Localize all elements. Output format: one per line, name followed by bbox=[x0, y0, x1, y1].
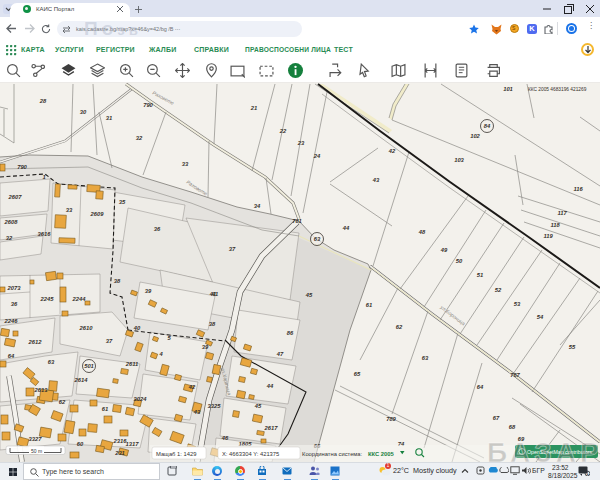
svg-text:2609: 2609 bbox=[90, 211, 105, 217]
svg-text:34: 34 bbox=[254, 203, 261, 209]
svg-text:55: 55 bbox=[569, 344, 576, 350]
svg-text:24: 24 bbox=[313, 153, 321, 159]
svg-text:45: 45 bbox=[305, 292, 313, 298]
svg-text:54: 54 bbox=[537, 314, 544, 320]
svg-text:84: 84 bbox=[484, 123, 491, 129]
svg-text:33: 33 bbox=[66, 207, 73, 213]
svg-text:51: 51 bbox=[477, 272, 483, 278]
svg-text:767: 767 bbox=[510, 372, 520, 378]
svg-text:86: 86 bbox=[287, 330, 294, 336]
svg-text:62: 62 bbox=[59, 399, 66, 405]
svg-text:40: 40 bbox=[133, 325, 141, 331]
svg-text:41: 41 bbox=[209, 291, 216, 297]
svg-text:790: 790 bbox=[17, 164, 27, 170]
svg-text:2244: 2244 bbox=[72, 296, 87, 302]
svg-text:23: 23 bbox=[297, 140, 305, 146]
svg-text:64: 64 bbox=[8, 353, 15, 359]
svg-text:3325: 3325 bbox=[208, 403, 222, 409]
svg-text:35: 35 bbox=[119, 199, 126, 205]
svg-text:63: 63 bbox=[422, 355, 429, 361]
svg-text:3616: 3616 bbox=[38, 231, 52, 237]
svg-text:52: 52 bbox=[495, 287, 502, 293]
svg-text:53: 53 bbox=[514, 301, 521, 307]
svg-text:781: 781 bbox=[292, 218, 302, 224]
svg-text:61: 61 bbox=[102, 406, 108, 412]
svg-text:36: 36 bbox=[154, 226, 161, 232]
svg-text:2607: 2607 bbox=[8, 194, 23, 200]
svg-text:21: 21 bbox=[250, 105, 257, 111]
svg-text:46: 46 bbox=[221, 435, 229, 441]
svg-text:31: 31 bbox=[106, 115, 112, 121]
svg-text:60: 60 bbox=[77, 441, 84, 447]
svg-text:102: 102 bbox=[470, 133, 480, 139]
svg-text:28: 28 bbox=[39, 98, 47, 104]
svg-text:48: 48 bbox=[418, 229, 426, 235]
svg-text:37: 37 bbox=[106, 338, 113, 344]
svg-text:42: 42 bbox=[388, 148, 396, 154]
svg-text:2612: 2612 bbox=[28, 339, 43, 345]
svg-text:2613: 2613 bbox=[34, 387, 49, 393]
svg-text:42: 42 bbox=[188, 384, 196, 390]
svg-text:Мащаб 1: 1429: Мащаб 1: 1429 bbox=[156, 451, 196, 457]
svg-text:39: 39 bbox=[202, 344, 209, 350]
svg-text:X: 4663304 Y: 421375: X: 4663304 Y: 421375 bbox=[222, 451, 279, 457]
svg-text:38: 38 bbox=[114, 278, 121, 284]
svg-text:63: 63 bbox=[48, 359, 55, 365]
svg-text:61: 61 bbox=[366, 302, 372, 308]
svg-text:117: 117 bbox=[557, 210, 567, 216]
svg-text:64: 64 bbox=[477, 384, 484, 390]
svg-text:103: 103 bbox=[454, 157, 464, 163]
svg-text:2245: 2245 bbox=[40, 296, 55, 302]
svg-text:Координатна система:: Координатна система: bbox=[302, 451, 363, 457]
svg-text:44: 44 bbox=[266, 383, 274, 389]
svg-text:45: 45 bbox=[254, 403, 262, 409]
svg-text:47: 47 bbox=[276, 351, 284, 357]
svg-text:37: 37 bbox=[229, 246, 236, 252]
svg-text:32: 32 bbox=[6, 235, 13, 241]
svg-text:3024: 3024 bbox=[134, 396, 148, 402]
svg-text:30: 30 bbox=[80, 109, 87, 115]
svg-text:789: 789 bbox=[386, 416, 396, 422]
svg-text:118: 118 bbox=[550, 222, 560, 228]
svg-text:2614: 2614 bbox=[74, 377, 89, 383]
svg-text:119: 119 bbox=[543, 233, 553, 239]
svg-text:67: 67 bbox=[493, 415, 500, 421]
svg-text:49: 49 bbox=[440, 247, 448, 253]
svg-text:50 m: 50 m bbox=[31, 448, 42, 454]
svg-text:231: 231 bbox=[114, 450, 125, 456]
svg-text:68: 68 bbox=[509, 424, 516, 430]
svg-text:БАЗАР: БАЗАР bbox=[487, 437, 600, 462]
svg-text:1: 1 bbox=[42, 174, 45, 180]
svg-text:65: 65 bbox=[354, 371, 361, 377]
svg-text:2617: 2617 bbox=[264, 425, 279, 431]
svg-text:44: 44 bbox=[342, 225, 350, 231]
svg-text:3327: 3327 bbox=[29, 436, 43, 442]
svg-text:2608: 2608 bbox=[4, 219, 19, 225]
svg-text:63: 63 bbox=[314, 236, 321, 242]
svg-text:2246: 2246 bbox=[4, 318, 19, 324]
svg-text:36: 36 bbox=[11, 301, 18, 307]
svg-text:39: 39 bbox=[145, 288, 152, 294]
svg-text:33: 33 bbox=[182, 161, 189, 167]
svg-text:2611: 2611 bbox=[125, 361, 138, 367]
svg-text:2610: 2610 bbox=[79, 325, 94, 331]
svg-text:ККС 2005 4683196 421269: ККС 2005 4683196 421269 bbox=[528, 87, 587, 92]
svg-text:62: 62 bbox=[396, 324, 403, 330]
svg-text:43: 43 bbox=[193, 409, 201, 415]
svg-text:116: 116 bbox=[573, 186, 583, 192]
svg-text:2073: 2073 bbox=[7, 285, 22, 291]
svg-text:38: 38 bbox=[209, 321, 216, 327]
svg-text:501: 501 bbox=[84, 363, 94, 369]
svg-text:1317: 1317 bbox=[126, 441, 140, 447]
svg-text:32: 32 bbox=[136, 135, 143, 141]
svg-text:22: 22 bbox=[279, 128, 287, 134]
svg-text:43: 43 bbox=[372, 177, 380, 183]
svg-text:790: 790 bbox=[143, 102, 153, 108]
svg-text:101: 101 bbox=[503, 86, 513, 92]
svg-text:50: 50 bbox=[456, 258, 463, 264]
svg-text:ККС 2005: ККС 2005 bbox=[368, 451, 394, 457]
